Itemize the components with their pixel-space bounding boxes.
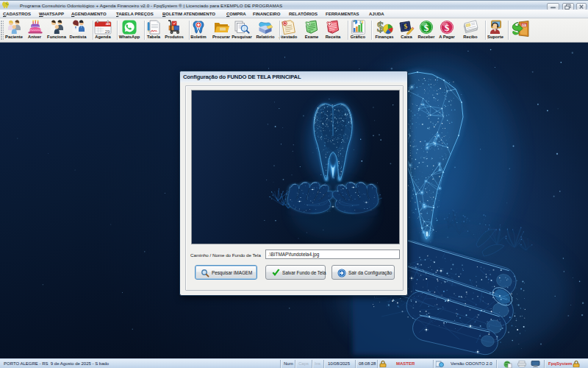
svg-text:EXIT: EXIT [521, 24, 526, 26]
svg-text:$: $ [424, 22, 429, 33]
svg-text:$: $ [377, 20, 384, 35]
svg-text:29: 29 [105, 29, 110, 34]
svg-text:$: $ [445, 22, 450, 33]
